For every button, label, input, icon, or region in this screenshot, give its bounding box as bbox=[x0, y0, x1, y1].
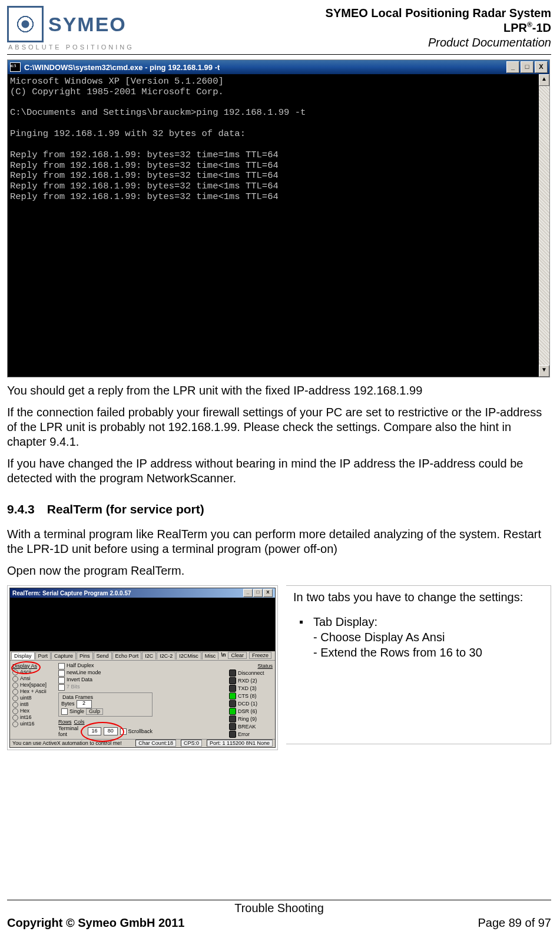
header-line2-b: -1D bbox=[532, 21, 551, 34]
radio-hex[interactable]: Hex bbox=[12, 708, 55, 714]
header-rule bbox=[7, 54, 551, 55]
led-dcd: DCD (1) bbox=[229, 700, 273, 707]
radio-uint16[interactable]: uint16 bbox=[12, 721, 55, 727]
cols-label: Cols bbox=[74, 719, 85, 725]
paragraph-1: You should get a reply from the LPR unit… bbox=[7, 383, 551, 398]
footer-section: Trouble Shooting bbox=[7, 901, 551, 915]
paragraph-3: If you have changed the IP address witho… bbox=[7, 456, 551, 486]
side-intro: In two tabs you have to change the setti… bbox=[293, 589, 544, 605]
display-as-label: Display As bbox=[12, 663, 55, 669]
minimize-button[interactable]: _ bbox=[506, 61, 519, 73]
header-line2-sup: ® bbox=[527, 21, 532, 29]
radio-hex-space[interactable]: Hex[space] bbox=[12, 682, 55, 688]
cmd-output: Microsoft Windows XP [Version 5.1.2600] … bbox=[8, 74, 539, 377]
check-half-duplex[interactable]: Half Duplex bbox=[58, 663, 153, 669]
realterm-side-text: In two tabs you have to change the setti… bbox=[286, 585, 551, 744]
check-invert-data[interactable]: Invert Data bbox=[58, 677, 153, 684]
body-text: You should get a reply from the LPR unit… bbox=[7, 383, 551, 578]
rows-field[interactable]: 16 bbox=[88, 727, 101, 735]
scrollbar[interactable]: ▲ ▼ bbox=[539, 74, 549, 377]
led-disconnect: Disconnect bbox=[229, 669, 273, 677]
led-ring: Ring (9) bbox=[229, 715, 273, 722]
realterm-statusbar: You can use ActiveX automation to contro… bbox=[10, 739, 275, 747]
page-header: SYMEO ABSOLUTE POSITIONING SYMEO Local P… bbox=[7, 6, 551, 53]
scroll-up-button[interactable]: ▲ bbox=[539, 74, 549, 86]
header-line1: SYMEO Local Positioning Radar System bbox=[326, 6, 551, 21]
header-line3: Product Documentation bbox=[326, 35, 551, 50]
check-single[interactable]: Single Gulp bbox=[61, 708, 150, 715]
options-column: Half Duplex newLine mode Invert Data 7 B… bbox=[58, 663, 153, 738]
logo-icon bbox=[7, 6, 44, 42]
tab-i2c[interactable]: I2C bbox=[142, 652, 156, 659]
cols-field[interactable]: 80 bbox=[104, 727, 117, 735]
realterm-titlebar: RealTerm: Serial Capture Program 2.0.0.5… bbox=[10, 588, 275, 598]
check-7bits[interactable]: 7 Bits bbox=[58, 684, 153, 691]
tab-echo-port[interactable]: Echo Port bbox=[112, 652, 142, 659]
page-footer: Trouble Shooting Copyright © Symeo GmbH … bbox=[7, 900, 551, 930]
paragraph-4: With a terminal program like RealTerm yo… bbox=[7, 527, 551, 556]
terminal-font-label: Terminal font bbox=[58, 725, 85, 737]
side-sub-2: - Extend the Rows from 16 to 30 bbox=[313, 645, 544, 660]
radio-hex-ascii[interactable]: Hex + Ascii bbox=[12, 689, 55, 695]
footer-copyright: Copyright © Symeo GmbH 2011 bbox=[7, 916, 184, 930]
realterm-window: RealTerm: Serial Capture Program 2.0.0.5… bbox=[9, 588, 276, 748]
newline-label: \n bbox=[221, 652, 226, 659]
led-rxd: RXD (2) bbox=[229, 677, 273, 684]
tab-misc[interactable]: Misc bbox=[202, 652, 219, 659]
led-cts: CTS (8) bbox=[229, 692, 273, 700]
section-heading: 9.4.3 RealTerm (for service port) bbox=[7, 502, 551, 516]
scroll-down-button[interactable]: ▼ bbox=[539, 365, 549, 377]
radio-ascii[interactable]: Ascii bbox=[12, 669, 55, 675]
clear-button[interactable]: Clear bbox=[228, 652, 247, 659]
footer-page-number: Page 89 of 97 bbox=[478, 916, 551, 930]
display-as-column: Display As Ascii Ansi Hex[space] Hex + A… bbox=[12, 663, 55, 738]
freeze-button[interactable]: Freeze bbox=[249, 652, 271, 659]
radio-int8[interactable]: int8 bbox=[12, 702, 55, 708]
check-scrollback[interactable]: Scrollback bbox=[120, 728, 153, 735]
header-line2-a: LPR bbox=[503, 21, 527, 34]
realterm-terminal-area[interactable] bbox=[10, 598, 275, 651]
statusbar-char-count: Char Count:18 bbox=[135, 740, 176, 747]
rt-minimize-button[interactable]: _ bbox=[243, 589, 253, 597]
led-txd: TXD (3) bbox=[229, 685, 273, 692]
section-title: RealTerm (for service port) bbox=[47, 502, 204, 516]
led-dsr: DSR (6) bbox=[229, 708, 273, 715]
check-newline-mode[interactable]: newLine mode bbox=[58, 670, 153, 677]
statusbar-hint: You can use ActiveX automation to contro… bbox=[12, 740, 131, 746]
cmd-titlebar: C:\WINDOWS\system32\cmd.exe - ping 192.1… bbox=[8, 60, 549, 74]
scroll-track[interactable] bbox=[539, 86, 549, 365]
cmd-title: C:\WINDOWS\system32\cmd.exe - ping 192.1… bbox=[24, 63, 220, 72]
cmd-window: C:\WINDOWS\system32\cmd.exe - ping 192.1… bbox=[7, 59, 550, 377]
statusbar-cps: CPS:0 bbox=[181, 740, 202, 747]
header-line2: LPR®-1D bbox=[326, 21, 551, 35]
tab-display[interactable]: Display bbox=[11, 652, 35, 659]
paragraph-2: If the connection failed probably your f… bbox=[7, 405, 551, 449]
tab-send[interactable]: Send bbox=[94, 652, 112, 659]
maximize-button[interactable]: □ bbox=[521, 61, 534, 73]
side-bullet-1: Tab Display: bbox=[299, 614, 544, 629]
logo: SYMEO ABSOLUTE POSITIONING bbox=[7, 6, 134, 51]
tab-port[interactable]: Port bbox=[35, 652, 51, 659]
realterm-tabstrip: Display Port Capture Pins Send Echo Port… bbox=[10, 651, 275, 661]
bytes-field[interactable]: Bytes 2 bbox=[61, 700, 150, 708]
rt-maximize-button[interactable]: □ bbox=[253, 589, 263, 597]
header-text: SYMEO Local Positioning Radar System LPR… bbox=[326, 6, 551, 50]
realterm-title: RealTerm: Serial Capture Program 2.0.0.5… bbox=[12, 590, 131, 596]
radio-int16[interactable]: int16 bbox=[12, 715, 55, 721]
cmd-icon bbox=[10, 62, 21, 72]
tab-i2cmisc[interactable]: I2CMisc bbox=[176, 652, 201, 659]
led-break: BREAK bbox=[229, 723, 273, 730]
section-number: 9.4.3 bbox=[7, 502, 44, 516]
status-title: Status bbox=[229, 663, 273, 669]
radio-ansi[interactable]: Ansi bbox=[12, 676, 55, 682]
statusbar-port: Port: 1 115200 8N1 None bbox=[207, 740, 273, 747]
tab-i2c-2[interactable]: I2C-2 bbox=[157, 652, 175, 659]
tab-pins[interactable]: Pins bbox=[77, 652, 93, 659]
tab-capture[interactable]: Capture bbox=[51, 652, 76, 659]
status-column: Status Disconnect RXD (2) TXD (3) CTS (8… bbox=[229, 663, 273, 738]
radio-uint8[interactable]: uint8 bbox=[12, 695, 55, 701]
logo-brand: SYMEO bbox=[48, 13, 127, 36]
rt-close-button[interactable]: X bbox=[263, 589, 273, 597]
close-button[interactable]: X bbox=[535, 61, 548, 73]
led-error: Error bbox=[229, 731, 273, 738]
